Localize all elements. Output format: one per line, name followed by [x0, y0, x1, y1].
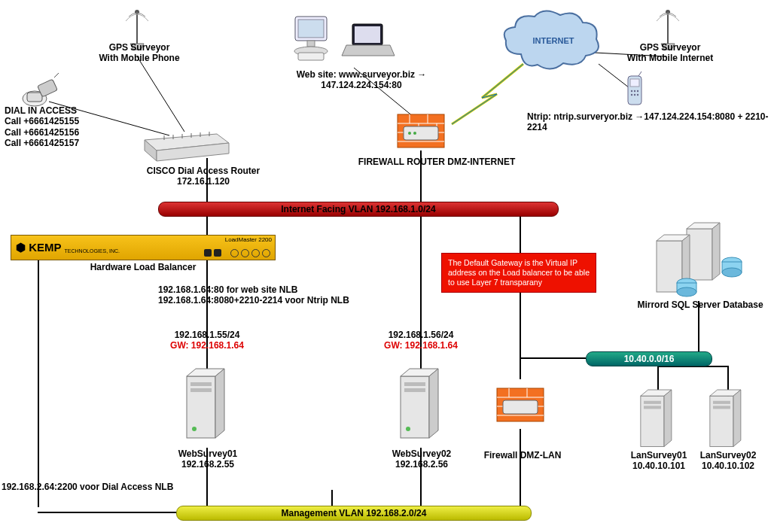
gps-internet-label: GPS SurveyorWith Mobile Internet [617, 42, 723, 64]
svg-point-23 [631, 90, 632, 92]
cisco-label: CISCO Dial Access Router172.16.1.120 [136, 166, 271, 187]
gateway-note: The Default Gateway is the Virtual IP ad… [441, 253, 596, 293]
vlan-internet-bar: Internet Facing VLAN 192.168.1.0/24 [158, 202, 559, 217]
sql-server-icon [646, 223, 751, 298]
svg-rect-68 [503, 400, 538, 414]
mobile-phone-icon [623, 71, 646, 109]
svg-rect-6 [27, 93, 42, 102]
svg-rect-12 [298, 20, 324, 38]
svg-point-61 [406, 427, 410, 431]
ws1-ip-label: 192.168.1.55/24GW: 192.168.1.64 [158, 330, 256, 351]
server-tower-icon [634, 390, 681, 451]
ls2-label: LanSurvey0210.40.10.102 [694, 450, 762, 472]
gps-mobile-label: GPS SurveyorWith Mobile Phone [90, 42, 188, 64]
svg-rect-15 [298, 53, 324, 60]
vlan-db-bar: 10.40.0.0/16 [586, 351, 712, 366]
firewall-icon [395, 111, 447, 154]
svg-rect-21 [630, 79, 639, 87]
internet-label: INTERNET [527, 36, 580, 46]
dial-in-label: DIAL IN ACCESS Call +6661425155 Call +66… [5, 105, 110, 149]
svg-rect-13 [307, 41, 315, 47]
svg-point-19 [666, 10, 670, 14]
svg-rect-60 [404, 388, 425, 392]
flip-phone-icon [21, 71, 66, 109]
svg-line-8 [54, 73, 59, 78]
laptop-icon [342, 23, 395, 64]
svg-point-28 [637, 94, 638, 96]
server-tower-icon [703, 390, 750, 451]
nlb-label: 192.168.1.64:80 for web site NLB192.168.… [158, 284, 384, 306]
svg-point-24 [634, 90, 635, 92]
ws2-name-label: WebSurvey02192.168.2.56 [376, 448, 467, 470]
svg-point-53 [677, 287, 696, 296]
svg-rect-17 [355, 26, 380, 43]
svg-point-44 [408, 132, 411, 135]
firewall-dmz-lan-label: Firewall DMZ-LAN [477, 450, 568, 461]
svg-point-10 [135, 10, 139, 14]
sql-label: Mirrord SQL Server Database [632, 299, 768, 310]
vlan-mgmt-bar: Management VLAN 192.168.2.0/24 [176, 506, 532, 521]
website-label: Web site: www.surveyor.biz →147.124.224.… [286, 69, 437, 91]
svg-rect-46 [687, 229, 712, 280]
svg-point-45 [413, 132, 416, 135]
kemp-loadbalancer: ⬢ KEMP TECHNOLOGIES, INC. LoadMaster 220… [11, 235, 276, 260]
svg-point-50 [722, 268, 742, 277]
ntrip-label: Ntrip: ntrip.surveryor.biz →147.124.224.… [527, 111, 771, 133]
svg-rect-70 [644, 401, 661, 404]
ls1-label: LanSurvey0110.40.10.101 [625, 450, 693, 472]
desktop-icon [285, 14, 337, 66]
cisco-router-icon [142, 126, 232, 164]
svg-point-25 [637, 90, 638, 92]
svg-rect-74 [713, 406, 730, 409]
server-tower-icon [395, 369, 447, 444]
ws1-name-label: WebSurvey01192.168.2.55 [163, 448, 253, 470]
svg-rect-73 [713, 401, 730, 404]
svg-line-22 [638, 71, 641, 76]
firewall-dmz-internet-label: FIREWALL ROUTER DMZ-INTERNET [346, 157, 527, 167]
svg-point-26 [631, 94, 632, 96]
ws2-ip-label: 192.168.1.56/24GW: 192.168.1.64 [372, 330, 470, 351]
firewall-icon [494, 385, 547, 427]
svg-rect-56 [190, 388, 212, 392]
svg-rect-59 [404, 382, 425, 386]
server-tower-icon [181, 369, 233, 444]
dial-nlb-label: 192.168.2.64:2200 voor Dial Access NLB [2, 482, 182, 492]
svg-rect-55 [190, 382, 212, 386]
svg-rect-71 [644, 406, 661, 409]
svg-point-57 [192, 427, 197, 431]
svg-point-27 [634, 94, 635, 96]
kemp-label: Hardware Load Balancer [79, 262, 207, 272]
